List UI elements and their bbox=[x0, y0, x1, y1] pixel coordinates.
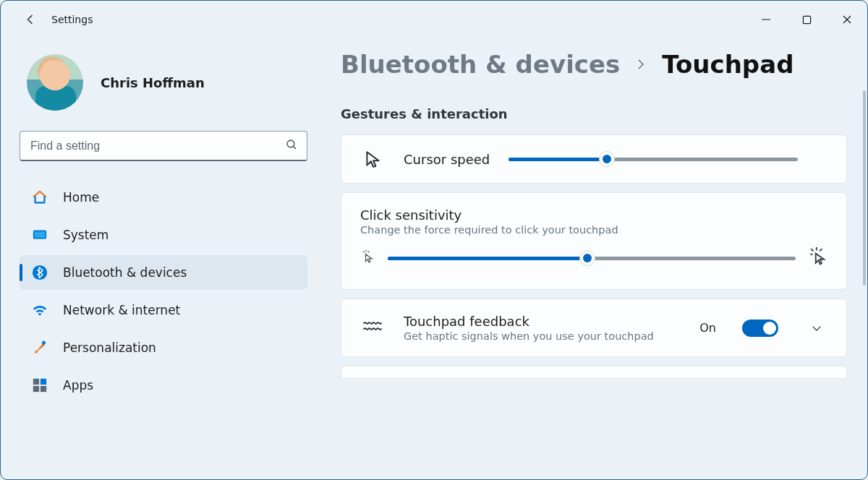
nav-label: System bbox=[63, 228, 109, 242]
svg-rect-12 bbox=[33, 386, 39, 392]
nav-item-personalization[interactable]: Personalization bbox=[20, 330, 307, 365]
apps-icon bbox=[31, 377, 48, 394]
light-click-icon bbox=[360, 249, 375, 267]
svg-rect-1 bbox=[803, 16, 810, 23]
breadcrumb-current: Touchpad bbox=[662, 50, 793, 79]
close-button[interactable] bbox=[827, 1, 867, 38]
breadcrumb-parent[interactable]: Bluetooth & devices bbox=[341, 50, 620, 79]
content-area: Bluetooth & devices Touchpad Gestures & … bbox=[319, 38, 867, 480]
svg-line-5 bbox=[293, 146, 296, 149]
home-icon bbox=[31, 189, 48, 206]
toggle-state-label: On bbox=[699, 321, 716, 335]
expand-button[interactable] bbox=[806, 322, 827, 335]
cursor-speed-label: Cursor speed bbox=[404, 152, 490, 167]
nav-list: Home System Bluetooth & devices Network … bbox=[20, 180, 307, 403]
nav-item-network[interactable]: Network & internet bbox=[20, 293, 307, 327]
paintbrush-icon bbox=[31, 339, 48, 356]
svg-rect-13 bbox=[41, 386, 46, 392]
app-title: Settings bbox=[51, 14, 93, 25]
wifi-icon bbox=[31, 301, 48, 319]
bluetooth-icon bbox=[31, 264, 48, 281]
cursor-speed-slider[interactable] bbox=[509, 152, 798, 166]
touchpad-feedback-toggle[interactable] bbox=[742, 320, 778, 337]
haptic-icon bbox=[360, 320, 385, 336]
svg-line-17 bbox=[811, 249, 813, 251]
search-icon bbox=[285, 138, 298, 154]
touchpad-feedback-card: Touchpad feedback Get haptic signals whe… bbox=[341, 299, 847, 357]
minimize-button[interactable] bbox=[746, 1, 786, 38]
avatar bbox=[27, 54, 83, 111]
svg-rect-7 bbox=[35, 231, 46, 237]
click-sensitivity-desc: Change the force required to click your … bbox=[360, 224, 827, 236]
svg-line-19 bbox=[820, 249, 822, 251]
section-heading: Gestures & interaction bbox=[341, 106, 847, 121]
back-button[interactable] bbox=[15, 1, 47, 38]
nav-item-system[interactable]: System bbox=[20, 218, 307, 252]
profile-block[interactable]: Chris Hoffman bbox=[20, 54, 307, 111]
nav-label: Bluetooth & devices bbox=[63, 265, 187, 280]
maximize-button[interactable] bbox=[786, 1, 827, 38]
search-box[interactable] bbox=[20, 131, 307, 161]
system-icon bbox=[31, 226, 48, 244]
touchpad-feedback-desc: Get haptic signals when you use your tou… bbox=[404, 330, 681, 342]
nav-label: Home bbox=[63, 190, 99, 205]
cursor-icon bbox=[360, 150, 385, 168]
nav-item-bluetooth-devices[interactable]: Bluetooth & devices bbox=[20, 255, 307, 290]
nav-item-apps[interactable]: Apps bbox=[20, 368, 307, 403]
sidebar: Chris Hoffman Home System bbox=[1, 38, 319, 480]
nav-label: Personalization bbox=[63, 340, 156, 355]
heavy-click-icon bbox=[809, 247, 827, 269]
click-sensitivity-slider[interactable] bbox=[388, 251, 796, 265]
search-input[interactable] bbox=[29, 139, 285, 153]
title-bar: Settings bbox=[1, 1, 867, 38]
profile-name: Chris Hoffman bbox=[101, 75, 205, 90]
svg-rect-10 bbox=[33, 379, 39, 385]
cursor-speed-card: Cursor speed bbox=[341, 134, 847, 184]
click-sensitivity-card: Click sensitivity Change the force requi… bbox=[341, 192, 847, 290]
touchpad-feedback-title: Touchpad feedback bbox=[404, 314, 681, 329]
svg-rect-11 bbox=[41, 379, 46, 385]
breadcrumb: Bluetooth & devices Touchpad bbox=[341, 50, 847, 79]
svg-line-14 bbox=[363, 252, 365, 253]
chevron-right-icon bbox=[634, 53, 647, 75]
svg-line-16 bbox=[368, 252, 370, 253]
nav-label: Apps bbox=[63, 378, 93, 393]
nav-label: Network & internet bbox=[63, 303, 180, 317]
click-sensitivity-title: Click sensitivity bbox=[360, 207, 827, 223]
next-card-peek bbox=[341, 366, 847, 379]
scrollbar[interactable] bbox=[863, 90, 866, 286]
nav-item-home[interactable]: Home bbox=[20, 180, 307, 215]
svg-point-4 bbox=[287, 140, 294, 147]
